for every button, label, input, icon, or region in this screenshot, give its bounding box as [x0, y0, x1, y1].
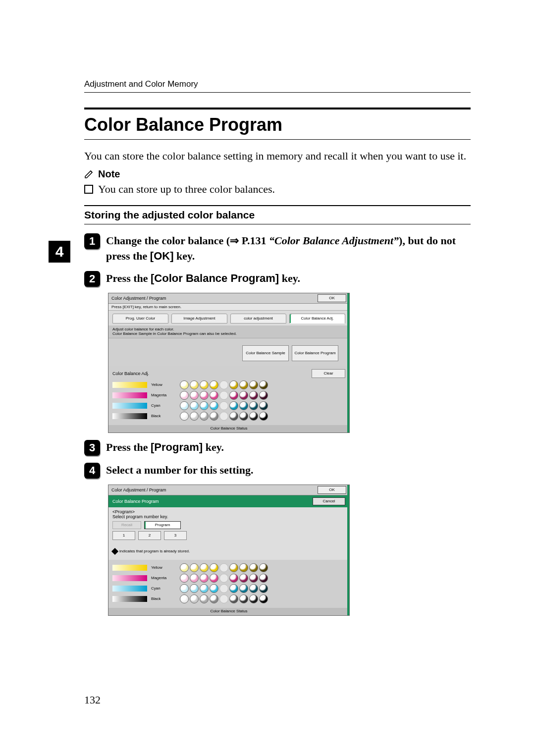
slider-black[interactable]: Black	[112, 594, 345, 603]
note-item: You can store up to three color balances…	[84, 182, 471, 197]
color-balance-program-button[interactable]: Color Balance Program	[292, 345, 338, 361]
program-button[interactable]: Program	[144, 521, 181, 529]
swatch-magenta	[112, 575, 147, 581]
slider-cyan[interactable]: Cyan	[112, 584, 345, 593]
program-label: <Program>	[112, 509, 345, 514]
tab-color-balance-adj[interactable]: Color Balance Adj.	[289, 314, 345, 324]
step-1-text: Change the color balance (⇒ P.131 “Color…	[106, 233, 471, 264]
square-bullet-icon	[84, 185, 93, 194]
intro-paragraph: You can store the color balance setting …	[84, 149, 471, 163]
panel-description: Adjust color balance for each color. Col…	[108, 325, 349, 338]
sliders-area: Color Balance Adj. Clear Yellow Magenta	[108, 366, 349, 425]
step-2: 2 Press the [Color Balance Program] key.	[84, 271, 471, 287]
tab-image-adjustment[interactable]: Image Adjustment	[171, 314, 227, 324]
chapter-tab: 4	[49, 241, 70, 263]
slider-black[interactable]: Black	[112, 412, 345, 421]
slider-label: Cyan	[151, 403, 176, 408]
step-number-badge: 3	[84, 440, 100, 456]
ok-button[interactable]: OK	[318, 486, 346, 494]
color-balance-sample-button[interactable]: Color Balance Sample	[242, 345, 289, 361]
sliders-area: Yellow Magenta Cyan	[108, 560, 349, 608]
section-title: Color Balance Program	[84, 114, 471, 135]
step-1: 1 Change the color balance (⇒ P.131 “Col…	[84, 233, 471, 264]
swatch-yellow	[112, 382, 147, 388]
slider-cyan[interactable]: Cyan	[112, 401, 345, 410]
panel-title: Color Adjustment / Program	[111, 296, 166, 301]
swatch-cyan	[112, 403, 147, 409]
step-number-badge: 1	[84, 233, 100, 249]
program-slot-2[interactable]: 2	[138, 531, 161, 540]
mid-buttons: Color Balance Sample Color Balance Progr…	[108, 338, 349, 366]
panel-footer: Color Balance Status	[108, 608, 349, 615]
program-hint: Select program number key.	[112, 514, 345, 519]
program-slot-1[interactable]: 1	[112, 531, 135, 540]
step-2-text: Press the [Color Balance Program] key.	[106, 271, 300, 286]
step-number-badge: 4	[84, 463, 100, 479]
slider-label: Yellow	[151, 382, 176, 387]
step-3: 3 Press the [Program] key.	[84, 440, 471, 456]
sub-rule-thick	[84, 205, 471, 206]
swatch-black	[112, 596, 147, 602]
slider-yellow[interactable]: Yellow	[112, 380, 345, 389]
step-3-text: Press the [Program] key.	[106, 440, 224, 455]
tab-prog-user-color[interactable]: Prog. User Color	[112, 314, 168, 324]
slider-label: Yellow	[151, 565, 176, 570]
step-4: 4 Select a number for this setting.	[84, 463, 471, 479]
rule-thin	[84, 139, 471, 140]
running-head: Adjustment and Color Memory	[84, 79, 471, 93]
cancel-button[interactable]: Cancel	[313, 497, 345, 505]
clear-button[interactable]: Clear	[312, 369, 345, 378]
step-4-text: Select a number for this setting.	[106, 463, 253, 478]
slider-label: Magenta	[151, 393, 176, 397]
rule-thick	[84, 108, 471, 109]
slider-label: Black	[151, 596, 176, 601]
swatch-magenta	[112, 392, 147, 398]
swatch-black	[112, 413, 147, 419]
panel-footer: Color Balance Status	[108, 425, 349, 432]
page: 4 Adjustment and Color Memory Color Bala…	[0, 0, 535, 756]
pencil-icon	[84, 169, 94, 179]
slider-label: Cyan	[151, 586, 176, 591]
subsection-heading: Storing the adjusted color balance	[84, 209, 471, 221]
slider-magenta[interactable]: Magenta	[112, 391, 345, 400]
diamond-icon	[111, 548, 118, 555]
adj-label: Color Balance Adj.	[112, 371, 149, 376]
page-number: 132	[84, 694, 101, 706]
panel-subbar: Press [EXIT] key, return to main screen.	[108, 304, 349, 311]
panel-greenbar-title: Color Balance Program	[112, 499, 159, 504]
stored-hint: indicates that program is already stored…	[112, 549, 345, 554]
screenshot-1: Color Adjustment / Program OK Press [EXI…	[108, 293, 471, 433]
ok-button[interactable]: OK	[318, 294, 346, 302]
slider-magenta[interactable]: Magenta	[112, 574, 345, 583]
note-label: Note	[98, 168, 120, 180]
panel-title: Color Adjustment / Program	[111, 487, 166, 492]
tabs-row: Prog. User Color Image Adjustment color …	[108, 311, 349, 325]
screenshot-2: Color Adjustment / Program OK Color Bala…	[108, 485, 471, 616]
slider-label: Black	[151, 414, 176, 418]
swatch-yellow	[112, 565, 147, 571]
sub-rule-thin	[84, 224, 471, 224]
swatch-cyan	[112, 586, 147, 592]
note-line: Note	[84, 168, 471, 180]
slider-yellow[interactable]: Yellow	[112, 563, 345, 572]
program-slot-3[interactable]: 3	[164, 531, 187, 540]
step-number-badge: 2	[84, 271, 100, 287]
note-item-text: You can store up to three color balances…	[98, 183, 275, 195]
panel-greenbar: Color Balance Program Cancel	[108, 495, 349, 507]
recall-button[interactable]: Recall	[112, 521, 141, 529]
tab-color-adjustment[interactable]: color adjustment	[230, 314, 286, 324]
slider-label: Magenta	[151, 576, 176, 580]
